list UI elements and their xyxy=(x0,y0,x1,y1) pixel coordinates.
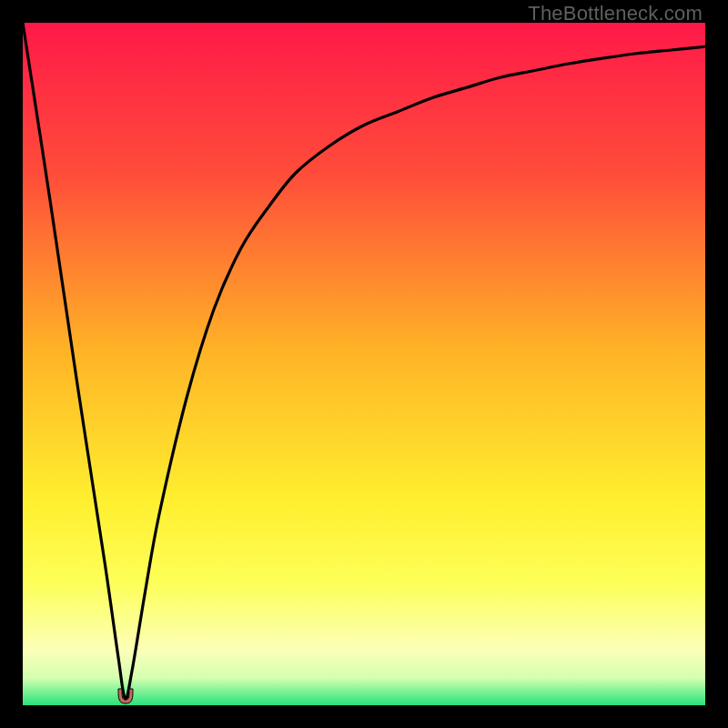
chart-frame: TheBottleneck.com xyxy=(0,0,728,728)
watermark-label: TheBottleneck.com xyxy=(528,2,703,25)
plot-area xyxy=(23,23,705,705)
bottleneck-curve xyxy=(23,23,705,705)
